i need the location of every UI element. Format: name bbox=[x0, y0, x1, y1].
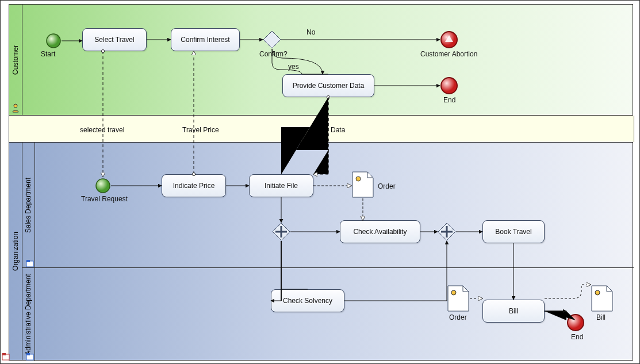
svg-point-21 bbox=[451, 290, 456, 295]
gateway-parallel-join[interactable] bbox=[438, 223, 456, 241]
travel-request-label: Travel Request bbox=[81, 195, 128, 203]
svg-point-20 bbox=[356, 177, 361, 181]
lane-sales-label: Sales Department bbox=[24, 177, 32, 232]
svg-point-12 bbox=[568, 315, 584, 331]
task-select-travel[interactable]: Select Travel bbox=[82, 28, 147, 51]
task-book-travel[interactable]: Book Travel bbox=[482, 220, 545, 243]
svg-rect-4 bbox=[26, 353, 30, 355]
task-label: Check Solvency bbox=[283, 297, 332, 305]
task-label: Check Availability bbox=[353, 228, 407, 236]
task-initiate-file[interactable]: Initiate File bbox=[249, 174, 313, 197]
data-object-order-top[interactable] bbox=[351, 171, 374, 198]
gateway-parallel-split[interactable] bbox=[272, 223, 290, 241]
task-confirm-interest[interactable]: Confirm Interest bbox=[171, 28, 240, 51]
customer-abortion-event[interactable] bbox=[440, 30, 458, 49]
end-customer-label: End bbox=[443, 96, 455, 104]
svg-rect-6 bbox=[26, 260, 30, 262]
task-label: Book Travel bbox=[495, 228, 531, 236]
pool-customer[interactable]: Customer bbox=[9, 4, 633, 116]
customer-abortion-label: Customer Abortion bbox=[420, 50, 477, 58]
svg-point-7 bbox=[47, 34, 60, 48]
svg-rect-2 bbox=[2, 353, 6, 355]
data-object-order-bottom[interactable] bbox=[447, 285, 470, 312]
pool-header-organization: Organization bbox=[9, 143, 22, 360]
svg-point-22 bbox=[595, 290, 600, 295]
task-check-availability[interactable]: Check Availability bbox=[340, 220, 420, 243]
msg-travel-price: Travel Price bbox=[182, 126, 219, 134]
bpmn-canvas[interactable]: Customer Organization Sales Department A… bbox=[0, 0, 640, 364]
svg-point-0 bbox=[14, 104, 17, 108]
tab-icon bbox=[26, 352, 34, 361]
task-indicate-price[interactable]: Indicate Price bbox=[162, 174, 226, 197]
task-label: Initiate File bbox=[265, 182, 298, 190]
start-event[interactable] bbox=[45, 33, 62, 49]
bill-doc-label: Bill bbox=[596, 313, 605, 321]
msg-selected-travel: selected travel bbox=[80, 126, 124, 134]
tab-icon bbox=[26, 259, 34, 267]
task-label: Indicate Price bbox=[173, 182, 215, 190]
svg-marker-13 bbox=[263, 31, 281, 48]
task-bill[interactable]: Bill bbox=[482, 300, 545, 323]
data-object-bill[interactable] bbox=[591, 285, 614, 312]
travel-request-event[interactable] bbox=[95, 178, 111, 194]
task-label: Bill bbox=[509, 307, 518, 315]
task-label: Select Travel bbox=[94, 36, 134, 44]
task-label: Provide Customer Data bbox=[293, 82, 365, 90]
pool-organization-label: Organization bbox=[12, 232, 20, 271]
end-admin-label: End bbox=[571, 333, 583, 341]
start-event-label: Start bbox=[41, 50, 55, 58]
end-admin-event[interactable] bbox=[566, 313, 585, 332]
pool-header-customer: Customer bbox=[9, 5, 22, 115]
svg-point-11 bbox=[441, 78, 457, 94]
edge-yes-label: yes bbox=[288, 63, 299, 71]
msg-client-data: Client Data bbox=[311, 126, 345, 134]
lane-header-admin: Administrative Department bbox=[22, 268, 35, 361]
pool-customer-label: Customer bbox=[12, 45, 20, 75]
person-icon bbox=[12, 104, 20, 113]
end-customer-event[interactable] bbox=[440, 76, 458, 95]
svg-point-8 bbox=[96, 179, 110, 193]
tab-icon bbox=[2, 352, 10, 361]
pool-organization[interactable]: Organization Sales Department Administra… bbox=[9, 142, 633, 361]
order-bottom-label: Order bbox=[449, 313, 467, 321]
task-check-solvency[interactable]: Check Solvency bbox=[271, 289, 344, 312]
gateway-confirm[interactable] bbox=[263, 30, 281, 49]
task-provide-customer-data[interactable]: Provide Customer Data bbox=[282, 74, 374, 97]
lane-header-sales: Sales Department bbox=[22, 143, 35, 267]
task-label: Confirm Interest bbox=[181, 36, 229, 44]
gateway-confirm-label: Confirm? bbox=[259, 50, 288, 58]
edge-no-label: No bbox=[306, 28, 315, 36]
lane-sales[interactable]: Sales Department bbox=[22, 143, 634, 268]
order-top-label: Order bbox=[378, 182, 396, 190]
lane-admin-label: Administrative Department bbox=[24, 274, 32, 355]
